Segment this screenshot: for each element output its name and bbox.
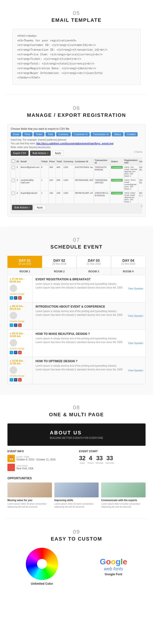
event-4-view-speaker[interactable]: View Speaker bbox=[126, 367, 145, 374]
day-tab-1[interactable]: DAY 01 19 Jul 2016 bbox=[8, 256, 42, 268]
cell-transaction-id: 27B2378CCJ.. 8Y024181 bbox=[94, 191, 110, 204]
googleplus-icon[interactable]: g bbox=[18, 324, 22, 327]
day-4-label: DAY 04 bbox=[112, 258, 144, 262]
opportunities-title: OPPORTUNITIES bbox=[8, 476, 145, 480]
hours-num: 4 bbox=[88, 455, 94, 462]
seconds-label: Seconds bbox=[105, 462, 114, 464]
countdown-minutes: 33 Minutes bbox=[96, 455, 104, 464]
cell-ticket: 8 bbox=[40, 165, 48, 178]
section-07-number: 07 bbox=[5, 237, 148, 243]
field-price[interactable]: Price bbox=[22, 132, 33, 136]
row-checkbox[interactable] bbox=[12, 166, 15, 169]
section-09-number: 09 bbox=[5, 529, 148, 535]
google-text: Google bbox=[100, 557, 127, 566]
day-1-date: 19 Jul 2016 bbox=[9, 262, 41, 265]
section-05-number: 05 bbox=[5, 10, 148, 16]
days-num: 32 bbox=[79, 455, 86, 462]
day-tab-4[interactable]: DAY 04 22 Nov 2016 bbox=[111, 256, 145, 268]
twitter-icon[interactable]: t bbox=[10, 378, 13, 382]
cell-price: 100 bbox=[48, 178, 56, 191]
th-email: Email bbox=[20, 158, 41, 165]
google-g2-letter: g bbox=[116, 557, 121, 566]
twitter-icon[interactable]: t bbox=[10, 351, 13, 354]
twitter-icon[interactable]: t bbox=[10, 296, 13, 300]
cell-total: 100 bbox=[56, 191, 63, 204]
room-3-header: ROOM 3 bbox=[77, 268, 111, 275]
countdown-timer: 32 Days 4 Hours 33 Minutes 33 Seconds bbox=[79, 455, 145, 464]
field-created[interactable]: Created bbox=[124, 132, 138, 136]
event-2-view-speaker[interactable]: View Speaker bbox=[126, 312, 145, 320]
code-line-9: <strong>Buyer Information: <{strong}><br… bbox=[17, 71, 136, 76]
event-date-text: DATE / TIME October 8, 2015 - October 11… bbox=[16, 456, 56, 461]
event-start-col-title: EVENT START bbox=[79, 450, 145, 453]
field-status[interactable]: Status bbox=[112, 132, 123, 136]
footer-items-count: 0 Items bbox=[141, 205, 142, 210]
field-email[interactable]: Email bbox=[11, 132, 21, 136]
facebook-icon[interactable]: f bbox=[14, 378, 17, 382]
section-08-title: ONE & MULTI PAGE bbox=[5, 412, 148, 418]
facebook-icon[interactable]: f bbox=[14, 351, 17, 354]
day-tab-2[interactable]: DAY 02 20 Nov 2016 bbox=[42, 256, 77, 268]
event-1-content: EVENT REGISTRATION & BREAKFAST Lorem Ips… bbox=[33, 275, 126, 302]
date-value: October 8, 2015 - October 11, 2016 bbox=[16, 458, 56, 461]
location-label: LOCATION bbox=[16, 465, 33, 467]
event-start-col: EVENT START 32 Days 4 Hours 33 Minutes bbox=[79, 450, 145, 472]
facebook-icon[interactable]: f bbox=[14, 324, 17, 327]
day-2-date: 20 Nov 2016 bbox=[43, 262, 75, 265]
cell-ticket: 1 bbox=[40, 178, 48, 191]
event-2-time-start: ● 08:10 Am - 09:10 Am bbox=[10, 305, 30, 310]
cell-currency: USD bbox=[63, 165, 74, 178]
registration-table: ID Email Ticket Price Total Currency Cus… bbox=[11, 158, 142, 213]
items-count: 0 Items bbox=[134, 150, 142, 156]
section-09-title: EASY TO CUSTOM bbox=[5, 536, 148, 542]
googleplus-icon[interactable]: g bbox=[18, 296, 22, 300]
code-line-2: <h3>Thanks for your registration<h3> bbox=[17, 38, 136, 43]
cell-customer-id: 5B78675A48T..43 bbox=[74, 191, 94, 204]
opp-image-1 bbox=[8, 482, 52, 498]
section-05-title: EMAIL TEMPLATE bbox=[5, 17, 148, 23]
code-line-1: <html><body> bbox=[17, 34, 136, 38]
field-transaction-id[interactable]: Transaction Id bbox=[91, 132, 111, 136]
day-tabs: DAY 01 19 Jul 2016 DAY 02 20 Nov 2016 DA… bbox=[8, 256, 145, 268]
one-multi-page-section: 08 ONE & MULTI PAGE ABOUT US BUILDING BE… bbox=[0, 394, 153, 518]
color-wheel-container: Unlimited Color bbox=[26, 548, 58, 586]
twitter-icon[interactable]: t bbox=[10, 324, 13, 327]
speaker-2-avatar bbox=[10, 312, 17, 319]
export-actions-row: Export CSV Bulk Actions ÷ Apply 0 Items bbox=[11, 150, 142, 156]
cell-email: theron@gmail.com bbox=[20, 165, 41, 178]
field-ticket[interactable]: Ticket bbox=[34, 132, 45, 136]
cell-reg-info: name: cha email: micheal @gmail.com pric… bbox=[123, 165, 138, 178]
code-line-3: <strong>Customer ID: <{strong}>{customer… bbox=[17, 43, 136, 48]
event-3-view-speaker[interactable]: View Speaker bbox=[126, 339, 145, 347]
opportunity-item-2: Improving skills Lorem ipsum dolor sit a… bbox=[54, 482, 99, 508]
bulk-actions-footer-button[interactable]: Bulk Actions ÷ bbox=[12, 205, 33, 210]
manage-export-section: 06 MANAGE / EXPORT REGISTRATION Choose f… bbox=[0, 95, 153, 226]
cell-created: October 25, 2016 bbox=[138, 165, 142, 178]
bulk-actions-button[interactable]: Bulk Actions ÷ bbox=[30, 150, 51, 156]
select-all-checkbox[interactable] bbox=[12, 160, 15, 163]
day-3-date: 21 Nov 2016 bbox=[78, 262, 110, 265]
find-key-link[interactable]: http://docs.codethem.com/documentation/e… bbox=[36, 142, 113, 145]
googleplus-icon[interactable]: g bbox=[18, 378, 22, 382]
event-1-view-speaker[interactable]: View Speaker bbox=[126, 285, 145, 292]
date-icon: 📅 bbox=[8, 455, 15, 462]
cell-price: 300 bbox=[48, 165, 56, 178]
key-note-row: Note: enter your key,key,key,key,key bbox=[11, 146, 142, 148]
export-csv-button[interactable]: Export CSV bbox=[11, 150, 29, 156]
opp-image-2 bbox=[54, 482, 99, 498]
day-tab-3[interactable]: DAY 03 21 Nov 2016 bbox=[77, 256, 111, 268]
cell-customer-id: 5B768204R&..Ref bbox=[74, 178, 94, 191]
opp-1-title: Moving value for you bbox=[8, 499, 52, 502]
row-checkbox[interactable] bbox=[12, 179, 15, 182]
easy-content: Unlimited Color Google web fonts Google … bbox=[5, 548, 148, 586]
googleplus-icon[interactable]: g bbox=[18, 351, 22, 354]
row-checkbox[interactable] bbox=[12, 192, 15, 195]
field-total[interactable]: Total bbox=[46, 132, 55, 136]
field-customer-id[interactable]: Customer Id bbox=[72, 132, 90, 136]
apply-footer-button[interactable]: Apply bbox=[34, 205, 46, 210]
schedule-event-row-4: ● 10:58 Am - 11:00 Am Onedia Design t f … bbox=[8, 357, 145, 384]
field-currency[interactable]: Currency bbox=[56, 132, 71, 136]
facebook-icon[interactable]: f bbox=[14, 296, 17, 300]
apply-button[interactable]: Apply bbox=[52, 150, 64, 156]
opportunity-item-1: Moving value for you Lorem ipsum dolor s… bbox=[8, 482, 52, 508]
